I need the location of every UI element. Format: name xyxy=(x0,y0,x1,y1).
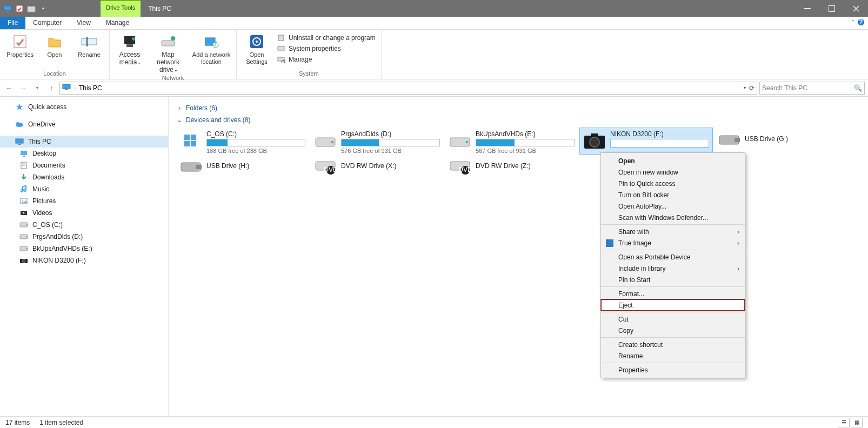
context-menu-item[interactable]: Scan with Windows Defender... xyxy=(601,212,745,223)
tree-item[interactable]: OneDrive xyxy=(0,118,168,130)
system-properties-button[interactable]: System properties xyxy=(276,44,377,54)
context-menu-item[interactable]: Open xyxy=(601,155,745,166)
tree-item[interactable]: Videos xyxy=(0,207,168,219)
tiles-view-button[interactable]: ▦ xyxy=(851,418,863,427)
context-menu-item[interactable]: Share with› xyxy=(601,226,745,237)
manage-tab[interactable]: Manage xyxy=(98,17,137,29)
context-menu-item[interactable]: Create shortcut xyxy=(601,339,745,350)
svg-point-45 xyxy=(26,248,27,249)
search-icon: 🔍 xyxy=(854,84,862,92)
context-menu-item[interactable]: Include in library› xyxy=(601,263,745,274)
svg-text:DVD: DVD xyxy=(458,166,471,173)
ribbon-group-network: Access media ▾ Map network drive ▾ + Add… xyxy=(110,30,237,79)
context-menu-label: Create shortcut xyxy=(618,341,663,349)
manage-button[interactable]: Manage xyxy=(276,55,377,64)
minimize-ribbon-icon[interactable]: ˇ xyxy=(852,19,854,27)
usb-icon xyxy=(179,155,202,177)
svg-rect-69 xyxy=(606,239,613,247)
access-media-button[interactable]: Access media ▾ xyxy=(114,32,145,68)
drive-item[interactable]: DVDDVD RW Drive (Z:) xyxy=(445,155,578,177)
drive-free-space: 567 GB free of 931 GB xyxy=(476,148,575,154)
drive-name: BkUpsAndVHDs (E:) xyxy=(476,130,575,138)
rename-label: Rename xyxy=(78,51,101,58)
music-icon xyxy=(19,185,28,193)
rename-input[interactable] xyxy=(610,139,709,148)
open-button[interactable]: Open xyxy=(39,32,70,59)
uninstall-programs-button[interactable]: Uninstall or change a program xyxy=(276,33,377,43)
context-menu-item[interactable]: Rename xyxy=(601,350,745,362)
context-menu-item[interactable]: Format... xyxy=(601,288,745,299)
down-icon xyxy=(19,173,28,182)
drive-item[interactable]: NIKON D3200 (F:) xyxy=(580,128,712,154)
forward-button[interactable]: → xyxy=(17,82,29,94)
properties-button[interactable]: Properties xyxy=(4,32,36,59)
refresh-button[interactable]: ⟳ xyxy=(749,84,755,92)
add-network-location-button[interactable]: + Add a network location xyxy=(191,32,232,66)
drive-item[interactable]: USB Drive (G:) xyxy=(715,128,847,150)
address-bar[interactable]: › This PC ▾ ⟳ xyxy=(59,82,757,95)
folders-section-header[interactable]: › Folders (6) xyxy=(176,102,860,114)
context-menu-item[interactable]: Turn on BitLocker xyxy=(601,189,745,200)
context-menu-item[interactable]: Pin to Start xyxy=(601,274,745,285)
drive-item[interactable]: DVDDVD RW Drive (X:) xyxy=(311,155,443,177)
map-network-drive-button[interactable]: Map network drive ▾ xyxy=(149,32,188,75)
drive-icon xyxy=(19,244,28,253)
tree-item[interactable]: Downloads xyxy=(0,171,168,183)
uninstall-icon xyxy=(277,34,285,42)
file-tab[interactable]: File xyxy=(0,17,25,29)
tree-item[interactable]: PrgsAndDlds (D:) xyxy=(0,231,168,243)
svg-rect-20 xyxy=(278,35,284,41)
ribbon-group-system: Open Settings Uninstall or change a prog… xyxy=(237,30,382,79)
qat-dropdown-icon[interactable]: ▾ xyxy=(39,4,48,13)
context-menu-item[interactable]: Open in new window xyxy=(601,166,745,178)
search-input[interactable]: Search This PC 🔍 xyxy=(759,82,865,95)
properties-qat-icon[interactable] xyxy=(15,4,24,13)
close-button[interactable] xyxy=(844,0,868,17)
devices-section-header[interactable]: ⌄ Devices and drives (8) xyxy=(176,114,860,126)
tree-item[interactable]: BkUpsAndVHDs (E:) xyxy=(0,243,168,255)
tree-item[interactable]: Quick access xyxy=(0,101,168,113)
context-menu-item[interactable]: Pin to Quick access xyxy=(601,178,745,189)
back-button[interactable]: ← xyxy=(3,82,15,94)
breadcrumb-this-pc[interactable]: This PC xyxy=(79,84,102,92)
computer-tab[interactable]: Computer xyxy=(25,17,69,29)
context-menu-item[interactable]: Eject xyxy=(601,299,745,311)
tree-item[interactable]: NIKON D3200 (F:) xyxy=(0,255,168,266)
drive-item[interactable]: C_OS (C:)188 GB free of 238 GB xyxy=(176,128,309,154)
address-dropdown-icon[interactable]: ▾ xyxy=(744,85,746,90)
tree-item[interactable]: Desktop xyxy=(0,148,168,159)
view-tab[interactable]: View xyxy=(69,17,98,29)
help-icon[interactable]: ? xyxy=(857,18,865,28)
open-settings-button[interactable]: Open Settings xyxy=(241,32,272,66)
maximize-button[interactable] xyxy=(819,0,844,17)
context-menu-item[interactable]: Copy xyxy=(601,325,745,336)
tree-item[interactable]: C_OS (C:) xyxy=(0,219,168,231)
context-menu-item[interactable]: Open as Portable Device xyxy=(601,251,745,263)
doc-icon xyxy=(19,161,28,170)
drive-item[interactable]: BkUpsAndVHDs (E:)567 GB free of 931 GB xyxy=(445,128,578,154)
new-folder-qat-icon[interactable] xyxy=(27,4,36,13)
open-settings-label: Open Settings xyxy=(242,51,271,65)
minimize-button[interactable] xyxy=(795,0,819,17)
tree-item[interactable]: Pictures xyxy=(0,195,168,207)
tree-item[interactable]: Documents xyxy=(0,159,168,171)
tree-item[interactable]: This PC xyxy=(0,136,168,148)
context-menu-item[interactable]: Cut xyxy=(601,313,745,325)
media-icon xyxy=(121,33,138,50)
drive-item[interactable]: USB Drive (H:) xyxy=(176,155,309,177)
up-button[interactable]: ↑ xyxy=(45,82,57,94)
recent-locations-button[interactable]: ▾ xyxy=(31,82,43,94)
pc-icon[interactable] xyxy=(3,4,12,13)
storage-bar xyxy=(206,139,305,146)
rename-button[interactable]: Rename xyxy=(74,32,105,59)
drive-item[interactable]: PrgsAndDlds (D:)576 GB free of 931 GB xyxy=(311,128,443,154)
svg-point-11 xyxy=(132,37,135,41)
context-menu-item[interactable]: True Image› xyxy=(601,237,745,249)
context-menu-item[interactable]: Properties xyxy=(601,364,745,376)
details-view-button[interactable]: ☰ xyxy=(838,418,850,427)
ribbon: Properties Open Rename Location Access m… xyxy=(0,30,868,79)
drive-tools-tab[interactable]: Drive Tools xyxy=(101,0,141,17)
svg-marker-26 xyxy=(16,104,23,110)
context-menu-item[interactable]: Open AutoPlay... xyxy=(601,200,745,212)
tree-item[interactable]: Music xyxy=(0,183,168,195)
